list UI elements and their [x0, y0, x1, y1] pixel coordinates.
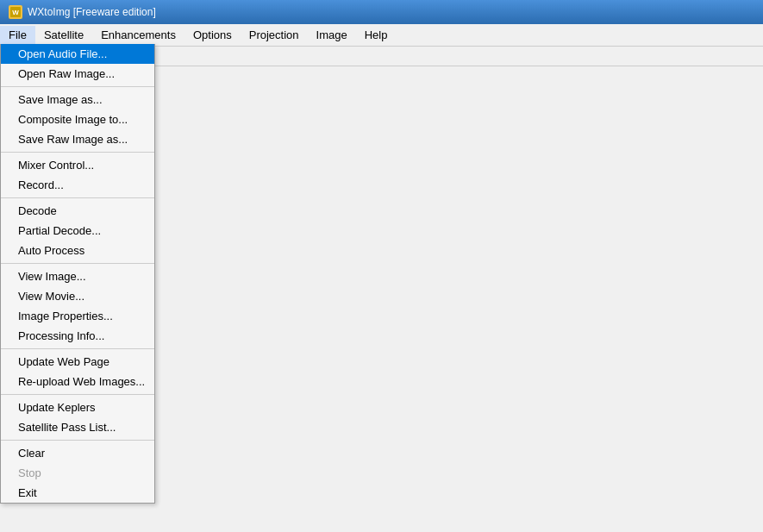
svg-text:W: W — [12, 9, 19, 16]
exit-item[interactable]: Exit — [1, 483, 154, 503]
file-dropdown: Open Audio File... Open Raw Image... Sav… — [0, 44, 155, 504]
enhancements-menu-item[interactable]: Enhancements — [92, 26, 184, 44]
processing-info-item[interactable]: Processing Info... — [1, 326, 154, 346]
reupload-web-images-item[interactable]: Re-upload Web Images... — [1, 372, 154, 391]
file-menu-wrapper: File Open Audio File... Open Raw Image..… — [0, 26, 35, 44]
separator-2 — [1, 152, 154, 153]
app-icon: W — [9, 5, 22, 19]
view-image-item[interactable]: View Image... — [1, 266, 154, 286]
file-menu-item[interactable]: File — [0, 26, 35, 44]
satellite-pass-list-item[interactable]: Satellite Pass List... — [1, 417, 154, 437]
image-properties-item[interactable]: Image Properties... — [1, 306, 154, 326]
separator-3 — [1, 197, 154, 198]
options-menu-item[interactable]: Options — [184, 26, 241, 44]
save-raw-image-item[interactable]: Save Raw Image as... — [1, 129, 154, 149]
separator-7 — [1, 440, 154, 441]
separator-6 — [1, 394, 154, 395]
menu-bar: File Open Audio File... Open Raw Image..… — [0, 24, 763, 47]
stop-item[interactable]: Stop — [1, 463, 154, 483]
separator-5 — [1, 348, 154, 349]
view-movie-item[interactable]: View Movie... — [1, 286, 154, 306]
clear-item[interactable]: Clear — [1, 443, 154, 463]
projection-menu-item[interactable]: Projection — [241, 26, 308, 44]
update-web-page-item[interactable]: Update Web Page — [1, 352, 154, 372]
decode-item[interactable]: Decode — [1, 201, 154, 221]
app-title: WXtoImg [Freeware edition] — [28, 6, 156, 18]
partial-decode-item[interactable]: Partial Decode... — [1, 221, 154, 241]
composite-image-item[interactable]: Composite Image to... — [1, 110, 154, 129]
title-bar: W WXtoImg [Freeware edition] — [0, 0, 763, 24]
separator-1 — [1, 86, 154, 87]
open-raw-image-item[interactable]: Open Raw Image... — [1, 64, 154, 84]
update-keplers-item[interactable]: Update Keplers — [1, 397, 154, 417]
satellite-menu-item[interactable]: Satellite — [35, 26, 92, 44]
auto-process-item[interactable]: Auto Process — [1, 241, 154, 260]
mixer-control-item[interactable]: Mixer Control... — [1, 155, 154, 175]
save-image-item[interactable]: Save Image as... — [1, 90, 154, 110]
image-menu-item[interactable]: Image — [308, 26, 356, 44]
help-menu-item[interactable]: Help — [356, 26, 397, 44]
open-audio-file-item[interactable]: Open Audio File... — [1, 44, 154, 64]
separator-4 — [1, 263, 154, 264]
record-item[interactable]: Record... — [1, 175, 154, 195]
